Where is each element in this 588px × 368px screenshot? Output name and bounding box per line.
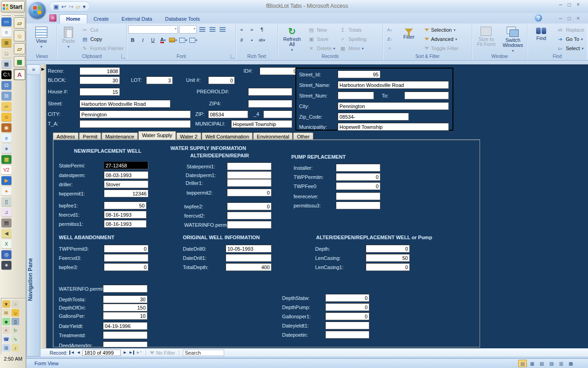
orange-app-icon[interactable]: ● — [1, 187, 11, 196]
zip-code-input[interactable] — [338, 113, 409, 121]
datepoetin-input[interactable] — [325, 331, 369, 339]
mail-alert-tray-icon[interactable]: ✉ — [2, 309, 10, 316]
movie-maker-icon[interactable]: ◉ — [1, 123, 11, 132]
stateperm-input[interactable] — [104, 161, 148, 169]
street-id-input[interactable] — [338, 70, 380, 78]
save-record-button[interactable]: ▣Save — [306, 34, 337, 44]
feercvd3-input[interactable] — [104, 254, 148, 262]
replace-button[interactable]: abReplace — [555, 25, 586, 34]
align-right-icon[interactable] — [218, 25, 227, 34]
tab-create[interactable]: Create — [87, 15, 115, 23]
restore-button[interactable]: □ — [568, 2, 571, 7]
datedrill1-input[interactable] — [226, 254, 271, 262]
zip-input[interactable] — [208, 110, 248, 118]
twpfee0-input[interactable] — [336, 182, 380, 190]
select-button[interactable]: ▻Select — [555, 44, 586, 53]
align-center-icon[interactable] — [208, 25, 217, 34]
bold-button[interactable]: B — [128, 36, 137, 44]
previous-record-button[interactable]: ◄ — [76, 351, 80, 355]
excel-doc-icon[interactable]: X — [1, 240, 11, 248]
street-num-to-input[interactable] — [404, 92, 449, 99]
record-selector[interactable]: ▶ — [40, 64, 46, 348]
speaker-icon[interactable]: ◀ — [1, 229, 11, 238]
totaldepth-input[interactable] — [226, 263, 271, 271]
find-button[interactable]: Find — [529, 25, 554, 53]
block-input[interactable] — [79, 76, 120, 84]
waterinfo-permit-input[interactable] — [227, 221, 271, 229]
ms-access-app-button[interactable]: A — [14, 69, 25, 80]
refresh-all-button[interactable]: ↻ RefreshAll — [279, 25, 305, 53]
street-name-input[interactable] — [338, 81, 449, 89]
folder-up-app-2-button[interactable]: ▱ — [14, 43, 25, 54]
child-close-button[interactable]: × — [577, 16, 580, 21]
highlight-icon[interactable]: ab — [258, 36, 266, 44]
switch-windows-button[interactable]: SwitchWindows — [500, 25, 526, 53]
form-tab-water-2[interactable]: Water 2 — [176, 132, 201, 140]
permitiss1-input[interactable] — [104, 220, 147, 228]
toolbox-icon[interactable]: ▤ — [1, 218, 11, 227]
power-plug-tray-icon[interactable]: ∿ — [11, 335, 19, 343]
record-position-input[interactable] — [82, 350, 121, 356]
gallonsper1-input[interactable] — [325, 312, 369, 320]
panel-city-input[interactable] — [338, 102, 449, 110]
depth-input[interactable] — [366, 245, 410, 253]
zip4b-input[interactable] — [263, 110, 292, 118]
smiley-box-icon[interactable]: ☺ — [1, 113, 11, 121]
preorold-input[interactable] — [248, 88, 292, 96]
start-button[interactable]: Start — [1, 1, 25, 12]
recno-input[interactable] — [79, 67, 120, 75]
last-record-button[interactable]: ► — [129, 351, 134, 355]
twpfee2-input[interactable] — [227, 202, 271, 210]
decrease-indent-icon[interactable]: « — [237, 25, 246, 34]
form-view-button[interactable]: ▤ — [518, 360, 527, 367]
format-painter-button[interactable]: ✎Format Painter — [80, 44, 125, 53]
driller-input[interactable] — [104, 180, 148, 188]
taskbar-drag-handle[interactable] — [14, 14, 23, 16]
error-tray-icon[interactable]: × — [2, 327, 10, 334]
feercvd2-input[interactable] — [227, 212, 271, 219]
twpfee3-input[interactable] — [104, 263, 148, 271]
network-computer-icon[interactable]: ⊟ — [1, 92, 11, 100]
clear-sorts-button[interactable]: A — [384, 44, 395, 53]
twppermitn-input[interactable] — [336, 173, 380, 181]
dateyieldt1-input[interactable] — [325, 322, 369, 329]
text-direction-icon[interactable]: ¶ — [258, 25, 266, 34]
twppermit1-input[interactable] — [104, 190, 148, 197]
form-tab-well-contamination[interactable]: Well Contamination — [202, 132, 253, 140]
form-tab-permit[interactable]: Permit — [79, 132, 101, 140]
download-folder-tray-icon[interactable]: ▼ — [2, 300, 10, 308]
command-prompt-icon[interactable]: C:\ — [1, 70, 11, 79]
underline-button[interactable]: U — [148, 36, 157, 44]
globe-network-icon[interactable]: ◎ — [1, 250, 11, 259]
my-computer-icon[interactable]: ⊡ — [1, 81, 11, 90]
internet-explorer-icon[interactable]: e — [1, 134, 11, 143]
taskbar-drag-handle[interactable] — [2, 14, 11, 16]
paste-button[interactable]: Paste — [58, 25, 78, 53]
municipality-input[interactable] — [338, 123, 449, 131]
goto-button[interactable]: ➔Go To — [555, 34, 586, 44]
font-name-combo[interactable] — [128, 25, 178, 34]
twppermit3-input[interactable] — [104, 245, 148, 253]
datestperm-input[interactable] — [104, 171, 148, 179]
deedamendm-input[interactable] — [103, 341, 147, 347]
program-box-icon[interactable]: ⊞ — [1, 39, 11, 47]
gallonsper-input[interactable] — [103, 312, 147, 320]
statepermi1-input[interactable] — [227, 162, 271, 170]
toggle-filter-button[interactable]: Toggle Filter — [423, 44, 460, 53]
installer-input[interactable] — [336, 164, 380, 172]
italic-button[interactable]: I — [138, 36, 147, 44]
close-button[interactable]: × — [577, 2, 580, 7]
new-blank-record-button[interactable]: ►* — [136, 351, 141, 355]
increase-indent-icon[interactable]: » — [248, 25, 256, 34]
fill-color-button[interactable] — [169, 36, 177, 44]
shortcut-cluster-icon[interactable]: ∗ — [1, 144, 11, 153]
alternate-fill-button[interactable] — [189, 36, 198, 44]
ta-input[interactable] — [79, 120, 191, 128]
datasheet-view-button[interactable]: ▦ — [528, 360, 537, 367]
clipboard-dialog-launcher[interactable] — [121, 54, 125, 58]
municipali-input[interactable] — [231, 120, 292, 128]
child-minimize-button[interactable]: – — [559, 16, 562, 21]
view-button[interactable]: View — [28, 25, 54, 53]
show-desktop-icon[interactable]: ▭ — [1, 17, 11, 26]
copy-button[interactable]: ▤Copy — [80, 34, 125, 44]
